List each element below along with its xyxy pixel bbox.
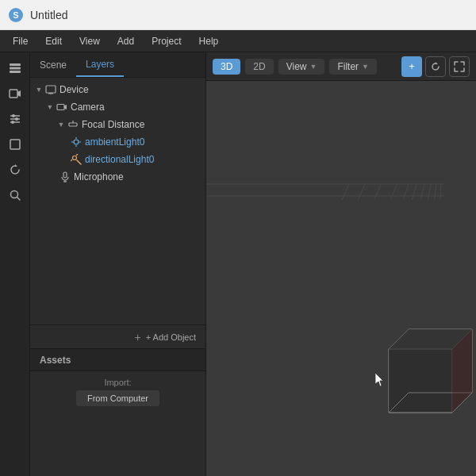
window-title: Untitled [30, 9, 67, 21]
tree-item-directional[interactable]: directionalLight0 [30, 151, 205, 168]
view-3d-button[interactable]: 3D [213, 59, 240, 75]
svg-line-37 [206, 184, 349, 200]
directional-icon [70, 153, 83, 166]
tree-item-camera[interactable]: ▼ Camera [30, 98, 205, 116]
svg-line-16 [17, 198, 20, 201]
add-object-label: + Add Object [146, 332, 196, 342]
add-viewport-icon: + [409, 60, 415, 72]
svg-marker-35 [436, 62, 438, 64]
filter-dropdown-arrow: ▼ [362, 63, 369, 71]
svg-line-29 [77, 160, 81, 164]
import-from-computer-button[interactable]: From Computer [76, 390, 159, 406]
assets-panel-header: Assets [30, 349, 205, 371]
fullscreen-viewport-button[interactable] [449, 56, 470, 77]
sliders-icon[interactable] [4, 108, 26, 130]
svg-rect-13 [10, 140, 20, 149]
svg-marker-14 [15, 164, 17, 167]
menu-add[interactable]: Add [109, 33, 142, 49]
view-dropdown-arrow: ▼ [309, 63, 317, 71]
tree-label-camera: Camera [71, 102, 105, 113]
viewport-actions: + [401, 56, 470, 77]
svg-rect-18 [48, 93, 53, 94]
tree-item-ambient[interactable]: ambientLight0 [30, 133, 205, 151]
tree-item-device[interactable]: ▼ Device [30, 81, 205, 98]
tree-item-microphone[interactable]: Microphone [30, 168, 205, 186]
svg-line-39 [254, 184, 381, 200]
tree-arrow-focal: ▼ [56, 119, 67, 130]
menu-help[interactable]: Help [191, 33, 227, 49]
svg-point-23 [74, 140, 79, 144]
menu-bar: File Edit View Add Project Help [0, 30, 476, 52]
focal-icon [67, 118, 79, 131]
add-viewport-button[interactable]: + [401, 56, 422, 77]
fullscreen-icon [454, 61, 465, 72]
rotate-viewport-button[interactable] [425, 56, 446, 77]
svg-line-44 [373, 184, 431, 200]
svg-point-12 [11, 121, 14, 124]
svg-rect-19 [57, 105, 64, 110]
tree-label-ambient: ambientLight0 [85, 136, 144, 148]
device-icon [44, 83, 57, 96]
svg-point-8 [12, 114, 15, 117]
viewport[interactable]: 3D 2D View ▼ Filter ▼ + [206, 52, 476, 476]
tree-label-microphone: Microphone [74, 171, 124, 182]
tree-item-focal[interactable]: ▼ Focal Distance [30, 116, 205, 133]
rotate-icon [430, 61, 441, 72]
svg-line-38 [230, 184, 365, 200]
tree-label-focal: Focal Distance [82, 119, 144, 130]
microphone-icon [59, 171, 71, 183]
svg-point-28 [73, 156, 77, 160]
square-icon[interactable] [4, 133, 26, 155]
assets-content: Import: From Computer [30, 371, 205, 476]
svg-line-41 [301, 184, 409, 200]
svg-rect-4 [10, 71, 21, 73]
scene-panel: Scene Layers ▼ Device [30, 52, 205, 349]
svg-rect-32 [63, 172, 67, 178]
svg-rect-21 [69, 123, 77, 126]
scene-tree: ▼ Device ▼ [30, 78, 205, 324]
svg-rect-3 [10, 67, 21, 70]
scene-panel-header: Scene Layers [30, 52, 205, 78]
tab-layers[interactable]: Layers [76, 52, 124, 77]
svg-line-31 [71, 159, 72, 161]
3d-object [373, 270, 476, 428]
tree-arrow-camera: ▼ [44, 102, 56, 113]
video-icon[interactable] [4, 83, 26, 105]
svg-line-40 [278, 184, 397, 200]
camera-icon [56, 101, 68, 113]
left-toolbar [0, 52, 30, 476]
svg-point-10 [15, 117, 18, 121]
add-object-button[interactable]: + + Add Object [30, 324, 205, 348]
import-label: Import: [104, 378, 131, 387]
svg-rect-2 [10, 63, 21, 66]
assets-panel: Assets Import: From Computer [30, 349, 205, 476]
tab-scene[interactable]: Scene [30, 52, 76, 77]
left-panel: Scene Layers ▼ Device [30, 52, 206, 476]
menu-file[interactable]: File [5, 33, 36, 49]
viewport-toolbar: 3D 2D View ▼ Filter ▼ + [206, 52, 476, 81]
assets-import-section: Import: From Computer [30, 371, 205, 409]
svg-rect-17 [46, 86, 56, 93]
grid-canvas: .grid-line { stroke: #555; stroke-width:… [206, 81, 444, 200]
menu-view[interactable]: View [71, 33, 108, 49]
search-icon[interactable] [4, 184, 26, 206]
layers-icon[interactable] [4, 57, 26, 79]
filter-dropdown-button[interactable]: Filter ▼ [329, 59, 377, 75]
view-2d-button[interactable]: 2D [245, 59, 273, 75]
main-container: Scene Layers ▼ Device [0, 52, 476, 476]
assets-title: Assets [40, 355, 71, 366]
title-bar: S Untitled [0, 0, 476, 30]
svg-line-42 [325, 184, 416, 200]
tree-arrow-device: ▼ [33, 84, 44, 95]
menu-project[interactable]: Project [144, 33, 189, 49]
menu-edit[interactable]: Edit [37, 33, 70, 49]
app-logo: S [8, 7, 24, 23]
view-dropdown-button[interactable]: View ▼ [278, 59, 325, 75]
refresh-icon[interactable] [4, 159, 26, 181]
tree-label-device: Device [60, 84, 89, 95]
svg-line-43 [349, 184, 424, 200]
svg-line-46 [420, 184, 441, 200]
svg-rect-5 [10, 90, 17, 98]
add-object-plus: + [135, 331, 141, 344]
svg-line-30 [76, 154, 78, 155]
